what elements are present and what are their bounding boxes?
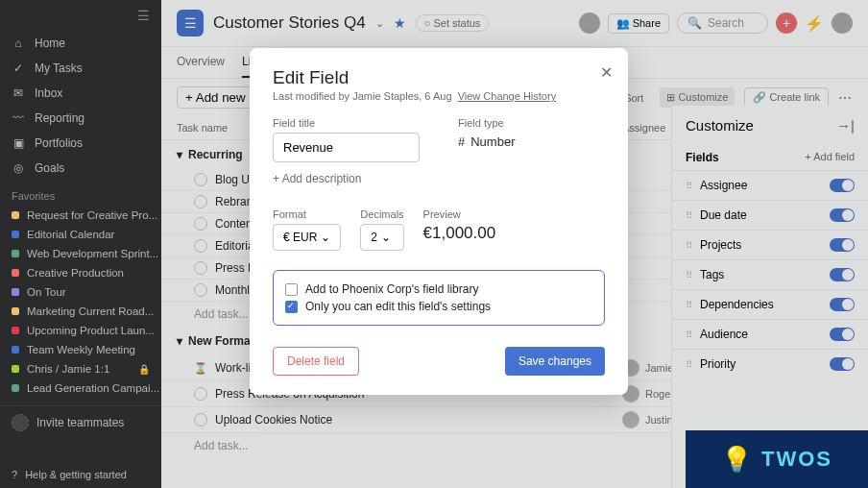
nav-inbox[interactable]: ✉Inbox	[0, 81, 161, 106]
modal-subtitle: Last modified by Jamie Staples, 6 Aug Vi…	[273, 90, 605, 102]
inbox-icon: ✉	[12, 86, 25, 100]
bulb-icon: 💡	[721, 445, 754, 475]
fav-item[interactable]: Request for Creative Pro...	[0, 206, 161, 225]
sidebar: ☰ ⌂Home ✓My Tasks ✉Inbox 〰Reporting ▣Por…	[0, 0, 161, 488]
project-color-icon	[12, 307, 19, 315]
project-color-icon	[12, 250, 19, 257]
nav-portfolios[interactable]: ▣Portfolios	[0, 131, 161, 156]
nav-label: Reporting	[35, 111, 84, 125]
delete-field-button[interactable]: Delete field	[273, 347, 359, 376]
permissions-group: Add to Phoenix Corp's field library Only…	[273, 270, 605, 326]
nav-goals[interactable]: ◎Goals	[0, 156, 161, 181]
save-changes-button[interactable]: Save changes	[505, 347, 605, 376]
field-type-value: #Number	[458, 134, 605, 149]
nav-home[interactable]: ⌂Home	[0, 31, 161, 56]
project-color-icon	[12, 327, 19, 334]
favorites-header: Favorites	[0, 181, 161, 206]
preview-label: Preview	[423, 208, 496, 220]
nav-label: Inbox	[35, 86, 62, 100]
checkbox-permissions[interactable]: Only you can edit this field's settings	[285, 298, 592, 315]
fav-label: Upcoming Product Laun...	[27, 325, 155, 336]
field-title-input[interactable]	[273, 133, 420, 162]
logo-text: TWOS	[761, 447, 832, 472]
project-color-icon	[12, 211, 19, 219]
fav-item[interactable]: Creative Production	[0, 263, 161, 282]
watermark-logo: 💡TWOS	[686, 430, 868, 488]
nav-label: My Tasks	[35, 61, 83, 75]
help-icon: ?	[12, 469, 17, 480]
fav-label: Web Development Sprint...	[27, 248, 158, 259]
close-icon[interactable]: ✕	[600, 63, 613, 82]
fav-item[interactable]: Marketing Current Road...	[0, 302, 161, 321]
edit-field-modal: ✕ Edit Field Last modified by Jamie Stap…	[250, 48, 628, 395]
format-label: Format	[273, 208, 341, 220]
avatar-plus-icon	[12, 414, 29, 431]
fav-item[interactable]: Chris / Jamie 1:1🔒	[0, 359, 161, 378]
lock-icon: 🔒	[138, 364, 150, 375]
project-color-icon	[12, 346, 19, 354]
chevron-down-icon: ⌄	[321, 231, 330, 244]
check-circle-icon: ✓	[12, 61, 25, 75]
fav-item[interactable]: Lead Generation Campai...	[0, 378, 161, 398]
sidebar-collapse[interactable]: ☰	[0, 0, 161, 31]
checkbox-icon[interactable]	[285, 301, 298, 313]
menu-icon: ☰	[137, 8, 150, 23]
nav-label: Portfolios	[35, 136, 83, 150]
nav-reporting[interactable]: 〰Reporting	[0, 106, 161, 131]
nav-label: Goals	[35, 161, 64, 175]
project-color-icon	[12, 384, 19, 392]
project-color-icon	[12, 365, 19, 373]
fav-item[interactable]: Team Weekly Meeting	[0, 340, 161, 359]
fav-label: Chris / Jamie 1:1	[27, 363, 109, 375]
nav-label: Home	[35, 37, 65, 50]
decimals-select[interactable]: 2⌄	[360, 224, 403, 251]
chart-icon: 〰	[12, 111, 25, 125]
project-color-icon	[12, 269, 19, 277]
modal-title: Edit Field	[273, 67, 605, 88]
fav-label: Creative Production	[27, 267, 124, 279]
fav-item[interactable]: On Tour	[0, 282, 161, 302]
invite-teammates[interactable]: Invite teammates	[0, 405, 161, 439]
invite-label: Invite teammates	[36, 416, 124, 429]
preview-value: €1,000.00	[423, 224, 496, 243]
fav-label: Team Weekly Meeting	[27, 344, 135, 355]
chevron-down-icon: ⌄	[381, 231, 391, 244]
fav-item[interactable]: Upcoming Product Laun...	[0, 321, 161, 340]
fav-item[interactable]: Web Development Sprint...	[0, 244, 161, 263]
history-link[interactable]: View Change History	[458, 90, 557, 102]
target-icon: ◎	[12, 161, 25, 175]
checkbox-library[interactable]: Add to Phoenix Corp's field library	[285, 281, 592, 298]
add-description-button[interactable]: + Add description	[273, 172, 605, 185]
fav-label: Marketing Current Road...	[27, 305, 154, 317]
checkbox-icon[interactable]	[285, 283, 298, 296]
fav-item[interactable]: Editorial Calendar	[0, 225, 161, 244]
decimals-label: Decimals	[360, 208, 403, 220]
home-icon: ⌂	[12, 37, 25, 50]
number-icon: #	[458, 134, 465, 149]
help-label: Help & getting started	[25, 469, 127, 480]
folder-icon: ▣	[12, 136, 25, 150]
project-color-icon	[12, 231, 19, 238]
fav-label: Editorial Calendar	[27, 229, 114, 240]
field-type-label: Field type	[458, 117, 605, 129]
fav-label: Request for Creative Pro...	[27, 209, 157, 221]
field-title-label: Field title	[273, 117, 420, 129]
fav-label: Lead Generation Campai...	[27, 382, 159, 394]
project-color-icon	[12, 288, 19, 296]
format-select[interactable]: € EUR⌄	[273, 224, 341, 251]
help-link[interactable]: ?Help & getting started	[12, 469, 127, 480]
fav-label: On Tour	[27, 286, 66, 298]
nav-my-tasks[interactable]: ✓My Tasks	[0, 56, 161, 81]
